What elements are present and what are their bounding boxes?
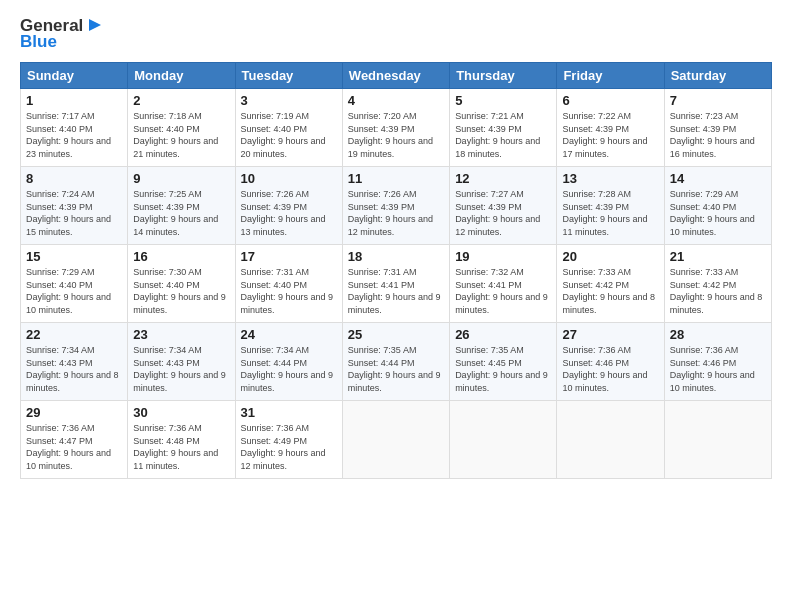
calendar-cell: 22 Sunrise: 7:34 AM Sunset: 4:43 PM Dayl… xyxy=(21,323,128,401)
day-info: Sunrise: 7:29 AM Sunset: 4:40 PM Dayligh… xyxy=(670,189,755,237)
day-info: Sunrise: 7:36 AM Sunset: 4:49 PM Dayligh… xyxy=(241,423,326,471)
day-number: 5 xyxy=(455,93,551,108)
day-number: 22 xyxy=(26,327,122,342)
calendar-cell: 19 Sunrise: 7:32 AM Sunset: 4:41 PM Dayl… xyxy=(450,245,557,323)
day-number: 10 xyxy=(241,171,337,186)
day-info: Sunrise: 7:26 AM Sunset: 4:39 PM Dayligh… xyxy=(348,189,433,237)
calendar-cell: 7 Sunrise: 7:23 AM Sunset: 4:39 PM Dayli… xyxy=(664,89,771,167)
calendar-cell: 6 Sunrise: 7:22 AM Sunset: 4:39 PM Dayli… xyxy=(557,89,664,167)
day-number: 24 xyxy=(241,327,337,342)
svg-marker-0 xyxy=(89,19,101,31)
calendar-cell: 8 Sunrise: 7:24 AM Sunset: 4:39 PM Dayli… xyxy=(21,167,128,245)
page: General Blue SundayMondayTuesdayWednesda… xyxy=(0,0,792,612)
day-info: Sunrise: 7:36 AM Sunset: 4:48 PM Dayligh… xyxy=(133,423,218,471)
day-number: 3 xyxy=(241,93,337,108)
calendar-cell: 12 Sunrise: 7:27 AM Sunset: 4:39 PM Dayl… xyxy=(450,167,557,245)
day-info: Sunrise: 7:31 AM Sunset: 4:41 PM Dayligh… xyxy=(348,267,441,315)
day-info: Sunrise: 7:17 AM Sunset: 4:40 PM Dayligh… xyxy=(26,111,111,159)
calendar-cell: 21 Sunrise: 7:33 AM Sunset: 4:42 PM Dayl… xyxy=(664,245,771,323)
day-number: 31 xyxy=(241,405,337,420)
day-number: 13 xyxy=(562,171,658,186)
calendar-cell: 23 Sunrise: 7:34 AM Sunset: 4:43 PM Dayl… xyxy=(128,323,235,401)
calendar-cell: 20 Sunrise: 7:33 AM Sunset: 4:42 PM Dayl… xyxy=(557,245,664,323)
calendar-cell: 26 Sunrise: 7:35 AM Sunset: 4:45 PM Dayl… xyxy=(450,323,557,401)
day-number: 26 xyxy=(455,327,551,342)
calendar-cell xyxy=(664,401,771,479)
weekday-header-saturday: Saturday xyxy=(664,63,771,89)
week-row-2: 8 Sunrise: 7:24 AM Sunset: 4:39 PM Dayli… xyxy=(21,167,772,245)
day-number: 7 xyxy=(670,93,766,108)
day-number: 17 xyxy=(241,249,337,264)
day-info: Sunrise: 7:18 AM Sunset: 4:40 PM Dayligh… xyxy=(133,111,218,159)
weekday-header-wednesday: Wednesday xyxy=(342,63,449,89)
day-number: 1 xyxy=(26,93,122,108)
calendar-cell xyxy=(557,401,664,479)
week-row-1: 1 Sunrise: 7:17 AM Sunset: 4:40 PM Dayli… xyxy=(21,89,772,167)
day-number: 20 xyxy=(562,249,658,264)
calendar-cell: 27 Sunrise: 7:36 AM Sunset: 4:46 PM Dayl… xyxy=(557,323,664,401)
day-number: 19 xyxy=(455,249,551,264)
weekday-header-tuesday: Tuesday xyxy=(235,63,342,89)
day-info: Sunrise: 7:34 AM Sunset: 4:43 PM Dayligh… xyxy=(133,345,226,393)
calendar-cell: 25 Sunrise: 7:35 AM Sunset: 4:44 PM Dayl… xyxy=(342,323,449,401)
logo: General Blue xyxy=(20,16,103,52)
day-info: Sunrise: 7:36 AM Sunset: 4:46 PM Dayligh… xyxy=(562,345,647,393)
weekday-header-friday: Friday xyxy=(557,63,664,89)
header: General Blue xyxy=(20,16,772,52)
day-number: 6 xyxy=(562,93,658,108)
calendar-cell: 29 Sunrise: 7:36 AM Sunset: 4:47 PM Dayl… xyxy=(21,401,128,479)
day-number: 30 xyxy=(133,405,229,420)
calendar-cell: 30 Sunrise: 7:36 AM Sunset: 4:48 PM Dayl… xyxy=(128,401,235,479)
day-info: Sunrise: 7:33 AM Sunset: 4:42 PM Dayligh… xyxy=(562,267,655,315)
calendar-cell: 10 Sunrise: 7:26 AM Sunset: 4:39 PM Dayl… xyxy=(235,167,342,245)
logo-block: General Blue xyxy=(20,16,103,52)
day-info: Sunrise: 7:20 AM Sunset: 4:39 PM Dayligh… xyxy=(348,111,433,159)
calendar-cell: 13 Sunrise: 7:28 AM Sunset: 4:39 PM Dayl… xyxy=(557,167,664,245)
day-number: 14 xyxy=(670,171,766,186)
calendar-cell: 4 Sunrise: 7:20 AM Sunset: 4:39 PM Dayli… xyxy=(342,89,449,167)
calendar-cell: 14 Sunrise: 7:29 AM Sunset: 4:40 PM Dayl… xyxy=(664,167,771,245)
calendar-cell: 3 Sunrise: 7:19 AM Sunset: 4:40 PM Dayli… xyxy=(235,89,342,167)
day-number: 4 xyxy=(348,93,444,108)
calendar-cell: 5 Sunrise: 7:21 AM Sunset: 4:39 PM Dayli… xyxy=(450,89,557,167)
calendar-cell xyxy=(450,401,557,479)
calendar-cell: 31 Sunrise: 7:36 AM Sunset: 4:49 PM Dayl… xyxy=(235,401,342,479)
calendar-cell: 16 Sunrise: 7:30 AM Sunset: 4:40 PM Dayl… xyxy=(128,245,235,323)
day-number: 2 xyxy=(133,93,229,108)
day-number: 12 xyxy=(455,171,551,186)
day-number: 23 xyxy=(133,327,229,342)
day-info: Sunrise: 7:19 AM Sunset: 4:40 PM Dayligh… xyxy=(241,111,326,159)
weekday-header-thursday: Thursday xyxy=(450,63,557,89)
week-row-3: 15 Sunrise: 7:29 AM Sunset: 4:40 PM Dayl… xyxy=(21,245,772,323)
day-info: Sunrise: 7:36 AM Sunset: 4:47 PM Dayligh… xyxy=(26,423,111,471)
calendar-cell: 24 Sunrise: 7:34 AM Sunset: 4:44 PM Dayl… xyxy=(235,323,342,401)
day-info: Sunrise: 7:29 AM Sunset: 4:40 PM Dayligh… xyxy=(26,267,111,315)
day-info: Sunrise: 7:34 AM Sunset: 4:44 PM Dayligh… xyxy=(241,345,334,393)
logo-flag-icon xyxy=(85,17,103,35)
day-info: Sunrise: 7:35 AM Sunset: 4:45 PM Dayligh… xyxy=(455,345,548,393)
day-number: 9 xyxy=(133,171,229,186)
weekday-header-monday: Monday xyxy=(128,63,235,89)
day-number: 16 xyxy=(133,249,229,264)
day-info: Sunrise: 7:23 AM Sunset: 4:39 PM Dayligh… xyxy=(670,111,755,159)
day-info: Sunrise: 7:34 AM Sunset: 4:43 PM Dayligh… xyxy=(26,345,119,393)
day-info: Sunrise: 7:36 AM Sunset: 4:46 PM Dayligh… xyxy=(670,345,755,393)
day-number: 29 xyxy=(26,405,122,420)
calendar-cell xyxy=(342,401,449,479)
calendar-cell: 18 Sunrise: 7:31 AM Sunset: 4:41 PM Dayl… xyxy=(342,245,449,323)
calendar-cell: 2 Sunrise: 7:18 AM Sunset: 4:40 PM Dayli… xyxy=(128,89,235,167)
calendar-cell: 28 Sunrise: 7:36 AM Sunset: 4:46 PM Dayl… xyxy=(664,323,771,401)
week-row-5: 29 Sunrise: 7:36 AM Sunset: 4:47 PM Dayl… xyxy=(21,401,772,479)
day-info: Sunrise: 7:28 AM Sunset: 4:39 PM Dayligh… xyxy=(562,189,647,237)
day-number: 27 xyxy=(562,327,658,342)
day-info: Sunrise: 7:22 AM Sunset: 4:39 PM Dayligh… xyxy=(562,111,647,159)
day-info: Sunrise: 7:25 AM Sunset: 4:39 PM Dayligh… xyxy=(133,189,218,237)
day-info: Sunrise: 7:26 AM Sunset: 4:39 PM Dayligh… xyxy=(241,189,326,237)
day-number: 25 xyxy=(348,327,444,342)
day-number: 28 xyxy=(670,327,766,342)
day-info: Sunrise: 7:33 AM Sunset: 4:42 PM Dayligh… xyxy=(670,267,763,315)
day-info: Sunrise: 7:32 AM Sunset: 4:41 PM Dayligh… xyxy=(455,267,548,315)
day-number: 8 xyxy=(26,171,122,186)
weekday-header-row: SundayMondayTuesdayWednesdayThursdayFrid… xyxy=(21,63,772,89)
calendar-cell: 15 Sunrise: 7:29 AM Sunset: 4:40 PM Dayl… xyxy=(21,245,128,323)
